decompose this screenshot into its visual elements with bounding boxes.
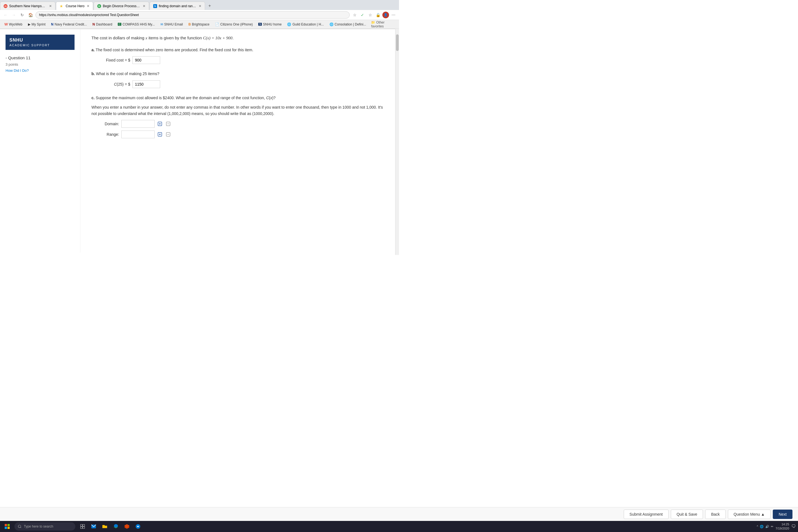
math-x: x <box>146 36 147 40</box>
bookmark-icon-compass: C <box>118 23 121 26</box>
part-b-answer-input[interactable] <box>132 80 160 88</box>
address-input[interactable] <box>36 11 350 19</box>
domain-icon-btn-2[interactable] <box>165 121 171 127</box>
part-b: b. What is the cost of making 25 items? … <box>92 71 388 88</box>
domain-icon-btn-1[interactable] <box>157 121 163 127</box>
tab-coursehero[interactable]: ★ Course Hero ✕ <box>56 2 93 10</box>
bookmark-icon-dashboard: N <box>93 22 95 26</box>
math-symbol-icon-2 <box>166 121 171 126</box>
bookmark-icon-guild: 🌐 <box>287 22 291 26</box>
bookmark-icon-consolation: 🌐 <box>329 22 334 26</box>
home-button[interactable]: 🏠 <box>27 12 34 18</box>
part-b-answer-label: C(25) = $ <box>97 82 130 87</box>
bookmark-consolation[interactable]: 🌐 Consolation | Defini... <box>327 22 368 27</box>
tab-close-divorce[interactable]: ✕ <box>143 4 146 8</box>
bookmark-wyoweb[interactable]: W WyoWeb <box>2 22 25 27</box>
tab-snhu[interactable]: m Southern New Hampshire Unive... ✕ <box>0 2 55 10</box>
snhu-logo-title: SNHU <box>10 37 71 43</box>
part-a-text: a. The fixed cost is determined when zer… <box>92 47 388 53</box>
bookmark-label-wyoweb: WyoWeb <box>9 22 22 26</box>
bookmark-citizens[interactable]: 📄 Citizens One (iPhone) <box>213 22 255 27</box>
bookmark-snhu-email[interactable]: ✉ SNHU Email <box>158 22 185 27</box>
bookmark-label-consolation: Consolation | Defini... <box>335 22 366 26</box>
scrollbar[interactable] <box>395 29 399 252</box>
bookmark-guild[interactable]: 🌐 Guild Education | H... <box>285 22 326 27</box>
bookmark-navy[interactable]: N Navy Federal Credit... <box>49 22 89 27</box>
address-bar-row: ← → ↻ 🏠 ☆ ✓ ☆ 🔒 👤 ⋯ <box>0 10 399 20</box>
part-a-answer-row: Fixed cost = $ <box>97 56 388 64</box>
reload-button[interactable]: ↻ <box>19 12 25 18</box>
tab-bar: m Southern New Hampshire Unive... ✕ ★ Co… <box>0 0 399 10</box>
page-container: SNHU ACADEMIC SUPPORT - Question 11 3 po… <box>0 29 399 252</box>
sidebar: SNHU ACADEMIC SUPPORT - Question 11 3 po… <box>0 29 80 252</box>
bookmark-label-dashboard: Dashboard <box>96 22 112 26</box>
tab-divorce[interactable]: G Begin Divorce Process | Comple... ✕ <box>94 2 149 10</box>
bookmark-icon-wyoweb: W <box>4 22 8 26</box>
tab-domain[interactable]: b finding domain and range froma... ✕ <box>150 2 205 10</box>
bookmark-label-navy: Navy Federal Credit... <box>55 22 87 26</box>
domain-input[interactable] <box>121 120 155 128</box>
bookmarks-more[interactable]: 📁 Other favorites <box>369 20 397 29</box>
tab-close-domain[interactable]: ✕ <box>199 4 202 8</box>
back-nav-button[interactable]: ← <box>2 12 9 18</box>
part-c-note: When you enter a number in your answer, … <box>92 104 388 117</box>
part-a: a. The fixed cost is determined when zer… <box>92 47 388 64</box>
bookmark-label-guild: Guild Education | H... <box>292 22 324 26</box>
tab-label-divorce: Begin Divorce Process | Comple... <box>103 4 140 8</box>
profile-icon[interactable]: 👤 <box>382 12 389 18</box>
domain-label: Domain: <box>97 122 119 126</box>
scroll-thumb[interactable] <box>396 34 399 51</box>
collections-icon[interactable]: ☆ <box>367 12 374 18</box>
tab-icon-snhu: m <box>4 4 7 8</box>
bookmark-icon-brightspace: B <box>188 22 191 26</box>
tab-label-coursehero: Course Hero <box>66 4 84 8</box>
extension-icon[interactable]: ✓ <box>359 12 366 18</box>
how-did-i-do-link[interactable]: How Did I Do? <box>5 69 29 73</box>
bookmark-icon-mysprint: ▶ <box>28 22 31 26</box>
part-b-label: b. <box>92 72 95 76</box>
tab-label-snhu: Southern New Hampshire Unive... <box>9 4 47 8</box>
domain-row: Domain: <box>97 120 388 128</box>
range-row: Range: <box>97 131 388 138</box>
part-c: c. Suppose the maximum cost allowed is $… <box>92 95 388 138</box>
inprivate-icon[interactable]: 🔒 <box>375 12 381 18</box>
range-icon-btn-1[interactable] <box>157 131 163 137</box>
bookmark-snhu-home[interactable]: S SNHU home <box>256 22 284 27</box>
bookmark-compass[interactable]: C COMPASS HHS My... <box>116 22 157 27</box>
new-tab-button[interactable]: + <box>206 2 214 10</box>
toolbar-icons: ☆ ✓ ☆ 🔒 👤 ⋯ <box>352 12 397 18</box>
snhu-logo-subtitle: ACADEMIC SUPPORT <box>10 43 71 47</box>
part-a-answer-input[interactable] <box>132 56 160 64</box>
tab-close-coursehero[interactable]: ✕ <box>87 4 90 8</box>
settings-icon[interactable]: ⋯ <box>390 12 397 18</box>
snhu-logo: SNHU ACADEMIC SUPPORT <box>5 35 75 50</box>
part-c-label: c. <box>92 96 95 100</box>
question-intro: The cost in dollars of making x items is… <box>92 35 388 41</box>
bookmark-icon-snhu-home: S <box>258 23 262 26</box>
bookmark-label-mysprint: My Sprint <box>32 22 46 26</box>
part-c-text: c. Suppose the maximum cost allowed is $… <box>92 95 388 101</box>
math-symbol-icon-3 <box>157 132 163 137</box>
bookmark-brightspace[interactable]: B Brightspace <box>186 22 212 27</box>
bookmark-icon-citizens: 📄 <box>215 22 219 26</box>
forward-nav-button[interactable]: → <box>11 12 17 18</box>
star-icon[interactable]: ☆ <box>352 12 358 18</box>
bookmarks-more-icon: 📁 <box>371 20 375 24</box>
bookmarks-bar: W WyoWeb ▶ My Sprint N Navy Federal Cred… <box>0 20 399 29</box>
tab-icon-divorce: G <box>97 4 101 8</box>
bookmark-dashboard[interactable]: N Dashboard <box>90 22 114 27</box>
tab-icon-coursehero: ★ <box>60 4 64 8</box>
bookmark-mysprint[interactable]: ▶ My Sprint <box>26 22 48 27</box>
range-icon-btn-2[interactable] <box>165 131 171 137</box>
range-label: Range: <box>97 132 119 137</box>
bookmark-label-citizens: Citizens One (iPhone) <box>220 22 253 26</box>
bookmark-label-brightspace: Brightspace <box>192 22 209 26</box>
math-symbol-icon-4 <box>166 132 171 137</box>
math-symbol-icon-1 <box>157 121 163 126</box>
bookmark-icon-navy: N <box>51 22 54 26</box>
tab-close-snhu[interactable]: ✕ <box>49 4 52 8</box>
part-b-answer-row: C(25) = $ <box>97 80 388 88</box>
bookmark-label-snhu-email: SNHU Email <box>164 22 183 26</box>
browser-chrome: m Southern New Hampshire Unive... ✕ ★ Co… <box>0 0 399 29</box>
range-input[interactable] <box>121 131 155 138</box>
